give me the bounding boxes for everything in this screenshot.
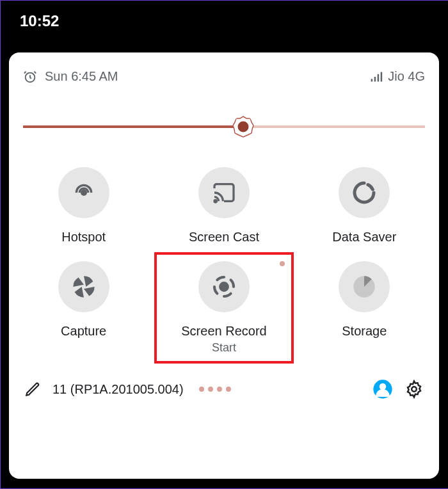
cast-icon <box>211 180 237 205</box>
tile-datasaver-label: Data Saver <box>332 230 396 245</box>
status-right: Jio 4G <box>370 69 425 84</box>
svg-point-9 <box>220 283 228 291</box>
tile-screenrecord-circle <box>198 261 250 312</box>
datasaver-icon <box>351 180 377 205</box>
status-left: Sun 6:45 AM <box>23 69 118 84</box>
alarm-icon <box>23 70 37 84</box>
quick-settings-panel: Sun 6:45 AM Jio 4G Hotspot Screen Cast <box>9 52 439 479</box>
aperture-icon <box>71 274 97 300</box>
tile-capture-circle <box>58 261 109 312</box>
svg-rect-4 <box>381 72 383 81</box>
svg-rect-3 <box>378 74 380 81</box>
tile-screencast-label: Screen Cast <box>189 230 259 245</box>
tile-screenrecord[interactable]: Screen Record Start <box>154 252 293 364</box>
tile-datasaver[interactable]: Data Saver <box>304 167 425 245</box>
svg-point-7 <box>214 200 216 202</box>
user-icon[interactable] <box>372 379 393 399</box>
svg-rect-1 <box>371 79 373 81</box>
signal-icon <box>370 70 383 83</box>
svg-point-6 <box>81 191 86 195</box>
tile-hotspot-circle <box>58 167 109 218</box>
tile-screenrecord-sub: Start <box>212 341 236 355</box>
gear-icon[interactable] <box>404 380 424 399</box>
brightness-thumb-icon[interactable] <box>232 116 254 138</box>
tile-capture-label: Capture <box>61 324 106 339</box>
svg-point-12 <box>380 383 387 390</box>
footer-row: 11 (RP1A.201005.004) <box>23 371 425 411</box>
tile-storage-label: Storage <box>342 324 387 339</box>
tile-storage-circle <box>339 261 390 312</box>
tile-screenrecord-label: Screen Record <box>181 324 266 339</box>
active-indicator-dot <box>280 261 285 266</box>
record-icon <box>211 274 237 300</box>
svg-point-5 <box>237 122 248 132</box>
svg-point-13 <box>412 387 417 392</box>
carrier-label: Jio 4G <box>388 69 425 84</box>
status-day-time: Sun 6:45 AM <box>45 69 118 84</box>
tile-hotspot-label: Hotspot <box>61 230 106 245</box>
device-clock: 10:52 <box>1 1 448 42</box>
tile-screencast[interactable]: Screen Cast <box>163 167 284 245</box>
status-bar: Sun 6:45 AM Jio 4G <box>23 69 425 84</box>
build-label: 11 (RP1A.201005.004) <box>52 382 184 397</box>
brightness-slider[interactable] <box>23 117 425 136</box>
slider-track-inactive <box>244 125 425 128</box>
tile-capture[interactable]: Capture <box>23 261 144 355</box>
tile-hotspot[interactable]: Hotspot <box>23 167 144 245</box>
hotspot-icon <box>71 180 97 205</box>
svg-rect-2 <box>374 77 376 82</box>
tiles-grid: Hotspot Screen Cast Data Saver Capture <box>23 167 425 355</box>
slider-track-active <box>23 125 244 128</box>
page-indicator[interactable] <box>199 387 231 392</box>
tile-storage[interactable]: Storage <box>304 261 425 355</box>
tile-screencast-circle <box>198 167 250 218</box>
edit-icon[interactable] <box>24 381 41 397</box>
storage-icon <box>351 274 377 300</box>
tile-datasaver-circle <box>339 167 390 218</box>
